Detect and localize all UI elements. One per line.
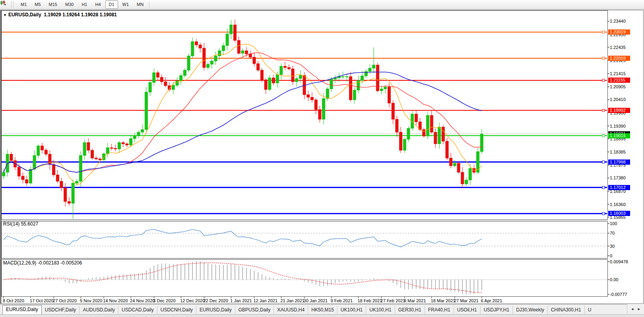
candle-body xyxy=(400,132,402,150)
candle-body xyxy=(345,77,348,77)
line-drag-handle[interactable] xyxy=(602,57,605,59)
price-line-tag-1-21155[interactable]: 1.21155 xyxy=(608,78,630,83)
line-drag-handle[interactable] xyxy=(602,186,605,189)
macd-indicator-values: -0.002183 -0.005206 xyxy=(38,260,82,266)
rsi-label: RSI(14) 55.6027 xyxy=(3,221,38,227)
rsi-axis-label: 70 xyxy=(610,231,615,235)
candle-body xyxy=(137,132,140,135)
line-drag-handle[interactable] xyxy=(602,79,605,82)
tab-usdcnh-daily[interactable]: USDCNH,Daily xyxy=(157,306,196,314)
line-drag-handle[interactable] xyxy=(602,134,605,137)
tab-usdjpy-h1[interactable]: USDJPY,H1 xyxy=(480,306,512,314)
candle-body xyxy=(230,25,233,34)
candle-body xyxy=(157,73,159,77)
tab-xauusd-h4[interactable]: XAUUSD,H4 xyxy=(274,306,308,314)
price-line-tag-1-17012[interactable]: 1.17012 xyxy=(608,185,630,190)
price-line-tag-1-16003[interactable]: 1.16003 xyxy=(608,211,630,216)
candle-body xyxy=(91,150,94,158)
date-axis-label: 18 Feb 2021 xyxy=(357,298,382,303)
candle-body xyxy=(45,150,47,154)
candle-body xyxy=(95,158,97,159)
tab-usdcad-daily[interactable]: USDCAD,Daily xyxy=(118,306,157,314)
candle-body xyxy=(341,77,344,77)
candle-body xyxy=(187,56,190,70)
macd-axis-label: -0.00777 xyxy=(610,292,627,297)
line-drag-handle[interactable] xyxy=(602,161,605,163)
candle-body xyxy=(392,103,394,119)
candle-body xyxy=(80,156,82,181)
date-axis-label: 24 Nov 2020 xyxy=(130,298,155,303)
tab-fra40-h1[interactable]: FRA40,H1 xyxy=(425,306,454,314)
tab-uk100-h1[interactable]: UK100,H1 xyxy=(337,306,366,314)
candle-body xyxy=(264,80,267,89)
tab-eurusd-daily[interactable]: EURUSD,Daily xyxy=(196,306,235,314)
line-drag-handle[interactable] xyxy=(602,31,605,33)
candle-body xyxy=(222,46,225,51)
candle-body xyxy=(384,87,387,89)
candle-body xyxy=(403,139,406,150)
price-axis-label: 1.17380 xyxy=(610,175,626,180)
date-axis-label: 14 Nov 2020 xyxy=(103,298,128,303)
line-drag-handle[interactable] xyxy=(602,109,605,112)
chart-title-ohlc: 1.19029 1.19264 1.19028 1.19081 xyxy=(44,12,117,18)
candle-body xyxy=(330,79,333,89)
candle-body xyxy=(253,57,256,64)
line-drag-handle[interactable] xyxy=(602,212,605,215)
tab-hk50-m15[interactable]: HK50,M15 xyxy=(308,306,337,314)
chart-plot-area[interactable] xyxy=(0,0,644,304)
candle-body xyxy=(365,72,367,76)
candle-body xyxy=(37,146,40,156)
candle-body xyxy=(380,89,383,91)
price-line-tag-1-19992[interactable]: 1.19992 xyxy=(608,108,630,113)
tab-china300-h1[interactable]: CHINA300,H1 xyxy=(547,306,584,314)
tab-uk100-h1[interactable]: UK100,H1 xyxy=(366,306,394,314)
candle-body xyxy=(260,70,263,80)
rsi-indicator-value: 55.6027 xyxy=(21,221,38,227)
candle-body xyxy=(314,100,317,109)
candle-body xyxy=(287,68,290,69)
price-axis-label: 1.19390 xyxy=(610,124,626,128)
candle-body xyxy=(172,85,175,89)
date-axis-label: 12 Dec 2020 xyxy=(180,298,205,303)
macd-axis-label: 0.00 xyxy=(610,277,618,282)
date-axis-label: 27 Mar 2021 xyxy=(454,298,479,303)
price-line-tag-1-17998[interactable]: 1.17998 xyxy=(608,159,630,165)
tab-usoil-h1[interactable]: USOil,H1 xyxy=(454,306,480,314)
candle-body xyxy=(257,64,260,70)
candle-body xyxy=(10,154,13,161)
candle-body xyxy=(76,181,78,183)
tab-ger30-h1[interactable]: GER30,H1 xyxy=(395,306,425,314)
tab-gbpusd-daily[interactable]: GBPUSD,Daily xyxy=(235,306,274,314)
price-line-tag-1-23019[interactable]: 1.23019 xyxy=(608,29,630,35)
candle-body xyxy=(457,163,460,172)
candle-body xyxy=(477,152,479,172)
tab-scroll-right-icon[interactable]: ► xyxy=(636,307,642,311)
tab-eurusd-daily[interactable]: EURUSD,Daily xyxy=(2,305,42,314)
tab-dj30-weekly[interactable]: DJ30,Weekly xyxy=(512,306,547,314)
candle-body xyxy=(411,114,414,128)
chart-window-bg xyxy=(0,10,644,304)
candle-body xyxy=(191,42,194,56)
price-axis-label: 1.23440 xyxy=(610,19,626,23)
candle-body xyxy=(21,176,24,180)
candle-body xyxy=(199,45,202,48)
candle-body xyxy=(438,127,441,144)
candle-body xyxy=(149,82,151,92)
date-axis-label: 6 Apr 2021 xyxy=(481,298,502,303)
tab-usdchf-daily[interactable]: USDCHF,Daily xyxy=(42,306,80,314)
candle-body xyxy=(430,115,433,132)
tab-u[interactable]: U xyxy=(584,306,595,314)
candle-body xyxy=(195,42,198,45)
rsi-axis-label: 30 xyxy=(610,244,615,249)
candle-body xyxy=(349,77,352,100)
date-axis-label: 18 Mar 2021 xyxy=(431,298,456,303)
date-axis-label: 9 Mar 2021 xyxy=(404,298,426,303)
price-line-tag-1-22010[interactable]: 1.22010 xyxy=(608,56,630,61)
candle-body xyxy=(214,56,217,61)
price-line-tag-1-19015[interactable]: 1.19015 xyxy=(608,133,630,138)
candle-body xyxy=(353,90,356,100)
candle-body xyxy=(245,51,248,54)
candle-body xyxy=(276,75,279,83)
tab-scroll-left-icon[interactable]: ◄ xyxy=(629,307,636,311)
tab-audusd-daily[interactable]: AUDUSD,Daily xyxy=(79,306,118,314)
